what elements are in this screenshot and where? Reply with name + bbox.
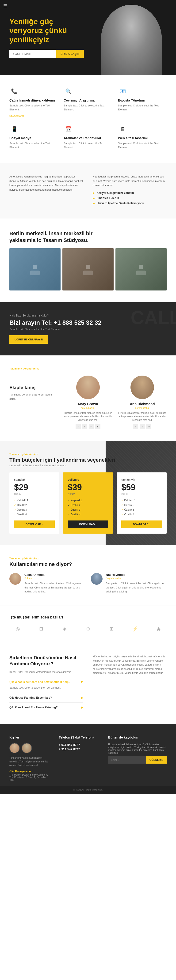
studio-image-2 <box>62 248 114 291</box>
testimonial-role-celia: Sekreter <box>24 577 85 579</box>
course-item-2[interactable]: ▶ Finansla Liderlik <box>93 196 166 200</box>
svg-point-4 <box>139 265 143 269</box>
team-subtitle: Takımlarla görünür biraz <box>10 367 166 370</box>
testimonial-content-nat: Nat Reynolds Baş Mühendisi Sample text. … <box>106 573 166 594</box>
service-item-1: 📞 Çağrı hizmeti dünya kalitemiz Sample t… <box>10 87 58 118</box>
menu-icon[interactable]: ☰ <box>3 3 7 8</box>
client-logo-7: ◉ <box>150 624 166 633</box>
about-right-text: Neo feugiat nisi pretium fusce id. Justo… <box>93 175 166 188</box>
svg-rect-3 <box>83 270 93 275</box>
social-in-mary[interactable]: in <box>89 424 94 429</box>
footer-newsletter-col: Bülten ile kaydolun E-posta adresinizi a… <box>108 735 166 781</box>
team-text-mary: Fringilla urna porttitor rhoncus dolor p… <box>64 411 112 422</box>
course-item-3[interactable]: ▶ Harvard İşletme Okulu Koleksiyonu <box>93 202 166 205</box>
pricing-btn-advanced[interactable]: Download ↓ <box>68 520 109 528</box>
social-tw-mary[interactable]: t <box>82 424 87 429</box>
faq-item-2[interactable]: Q2: House Painting Essentials? ▶ <box>10 693 83 702</box>
client-logo-3: ◈ <box>56 624 73 633</box>
team-avatar-mary <box>76 375 100 399</box>
faq-item-3[interactable]: Q3: Plan Ahead For Home Painting? ▶ <box>10 702 83 712</box>
service-item-4: 📱 Sosyal medya Sample text. Click to sel… <box>10 124 58 151</box>
faq-question-1: Q1: What is self-care and how should it … <box>10 680 83 684</box>
pricing-feat-a4: ✓Özellik 4 <box>68 513 109 516</box>
studio-gallery <box>10 248 166 291</box>
client-shape-3: ◈ <box>63 626 66 632</box>
pricing-plan-standard: standart <box>14 478 55 481</box>
social-in-ann[interactable]: in <box>146 424 151 429</box>
arrow-icon-2: ▶ <box>93 196 95 200</box>
team-card-ann: Ann Richmond görem başlığı Fringilla urn… <box>118 375 166 429</box>
hero-cta-button[interactable]: BİZE ULAŞIN <box>56 50 84 58</box>
clients-grid: ◎ ⊡ ◈ ⊕ ⊞ ⚡ ◉ <box>10 624 166 633</box>
courses-list: ▶ Kariyer Gelişiminizi Yönetin ▶ Finansl… <box>93 191 166 205</box>
pricing-header: Tamamen görünür biraz Tüm bütçeler için … <box>10 453 166 467</box>
service-icon-2: 🔍 <box>64 87 73 96</box>
faq-title: Şirketlerin Dönüşümüne Nasıl Yardımcı Ol… <box>10 655 83 667</box>
course-item-1[interactable]: ▶ Kariyer Gelişiminizi Yönetin <box>93 191 166 195</box>
faq-section: Şirketlerin Dönüşümüne Nasıl Yardımcı Ol… <box>0 643 176 724</box>
svg-point-2 <box>86 265 90 269</box>
service-item-3: 📧 E-posta Yönetimi Sample text. Click to… <box>118 87 166 118</box>
cta-call-button[interactable]: ÜCRETSİZ ÖNİ ARAYIN <box>10 335 48 344</box>
course-label-3: Harvard İşletme Okulu Koleksiyonu <box>97 202 144 205</box>
service-title-1: Çağrı hizmeti dünya kalitemiz <box>10 99 58 102</box>
pricing-btn-complete[interactable]: Download ↓ <box>121 520 162 528</box>
about-section: Amet luctus venenatis lectus magna fring… <box>0 163 176 218</box>
services-section: 📞 Çağrı hizmeti dünya kalitemiz Sample t… <box>0 75 176 163</box>
footer-newsletter-label: E-posta adresinizi almak için büyük hizm… <box>108 743 166 754</box>
pricing-btn-standard[interactable]: Download ↓ <box>14 520 55 528</box>
team-intro-title: Ekiple tanış <box>10 385 58 390</box>
testimonial-avatar-nat <box>91 573 102 585</box>
social-tw-ann[interactable]: t <box>140 424 145 429</box>
pricing-title: Tüm bütçeler için fiyatlandırma seçenekl… <box>10 457 166 463</box>
team-name-ann: Ann Richmond <box>118 402 166 406</box>
testimonial-text-celia: Sample text. Click to select the test. C… <box>24 581 85 594</box>
studio-section: Berlin merkezli, insan merkezli bir yakl… <box>0 218 176 302</box>
footer-newsletter-button[interactable]: GÖNDERIN <box>146 756 166 764</box>
footer-avatar-2 <box>22 743 32 753</box>
client-shape-4: ⊕ <box>86 626 90 632</box>
cta-bg-text: CALL <box>131 307 176 328</box>
pricing-plan-advanced: Gelişmiş <box>68 478 109 481</box>
team-header: Takımlarla görünür biraz <box>10 367 166 370</box>
team-role-mary: görem başlığı <box>64 407 112 409</box>
pricing-feat-s1: ✓Kalpteki 1 <box>14 499 55 502</box>
team-role-ann: görem başlığı <box>118 407 166 409</box>
service-link-1[interactable]: DEVAM EDIN → <box>10 115 27 117</box>
client-logo-4: ⊕ <box>80 624 96 633</box>
footer-people-avatars <box>10 743 52 753</box>
footer-phone-col: Telefon (Sabit Telefon) + 911 547 8747 +… <box>59 735 101 781</box>
footer-newsletter-input[interactable] <box>108 756 146 764</box>
social-fb-mary[interactable]: f <box>75 424 81 429</box>
social-yt-mary[interactable]: ▶ <box>95 424 101 429</box>
service-text-6: Sample text. Click to select the Text El… <box>118 142 166 149</box>
pricing-grid: standart $29 Her ay ✓Kalpteki 1 ✓Özellik… <box>10 473 166 534</box>
team-avatar-ann <box>130 375 154 399</box>
faq-chevron-2: ▶ <box>81 696 83 700</box>
pricing-description: sed ut officia deserunt mollit animi et … <box>10 464 166 467</box>
testimonial-avatar-celia <box>10 573 21 585</box>
hero-email-input[interactable] <box>10 50 56 58</box>
testimonial-name-nat: Nat Reynolds <box>106 573 166 576</box>
testimonials-subtitle: Tamamen görünür biraz <box>10 557 166 560</box>
social-fb-ann[interactable]: f <box>133 424 138 429</box>
service-text-4: Sample text. Click to select the Text El… <box>10 142 58 149</box>
faq-item-1[interactable]: Q1: What is self-care and how should it … <box>10 677 83 693</box>
service-item-2: 🔍 Çevrimiçi Araştırma Sample text. Click… <box>64 87 112 118</box>
footer-newsletter-title: Bülten ile kaydolun <box>108 735 166 739</box>
testimonial-nat: Nat Reynolds Baş Mühendisi Sample text. … <box>91 573 166 594</box>
pricing-card-standard: standart $29 Her ay ✓Kalpteki 1 ✓Özellik… <box>10 473 59 534</box>
faq-answer-1: Sample text. Click to select the Text El… <box>10 686 83 690</box>
about-body-text: Amet luctus venenatis lectus magna fring… <box>10 175 83 192</box>
pricing-feat-c2: ✓Özellik 2 <box>121 504 162 506</box>
hero-title-line3: yenilikçiyiz <box>10 35 49 44</box>
client-shape-5: ⊞ <box>110 626 114 632</box>
footer-newsletter-form: GÖNDERIN <box>108 756 166 764</box>
team-grid: Ekiple tanış Takımlarla görünür biraz lo… <box>10 375 166 429</box>
footer-avatar-1 <box>10 743 20 753</box>
testimonials-title: Kullanıcılarımız ne diyor? <box>10 561 166 567</box>
service-title-6: Web sitesi tasarımı <box>118 136 166 140</box>
svg-point-0 <box>33 265 37 269</box>
pricing-price-standard: $29 <box>14 483 55 492</box>
testimonials-header: Tamamen görünür biraz Kullanıcılarımız n… <box>10 557 166 567</box>
